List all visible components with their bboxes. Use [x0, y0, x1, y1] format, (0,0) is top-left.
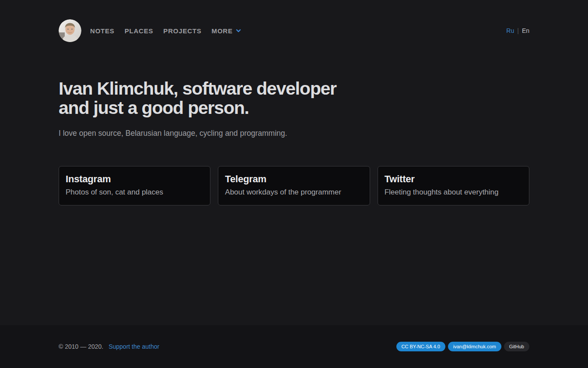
footer-badges: CC BY-NC-SA 4.0 ivan@klimchuk.com GitHub [396, 342, 529, 351]
card-twitter-title: Twitter [385, 173, 522, 185]
main-content: Ivan Klimchuk, software developer and ju… [0, 42, 588, 325]
support-author-link[interactable]: Support the author [108, 343, 159, 350]
page-subtitle: I love open source, Belarusian language,… [59, 129, 529, 138]
page-title: Ivan Klimchuk, software developer and ju… [59, 79, 529, 117]
nav-item-more-label: MORE [212, 27, 233, 35]
card-telegram-title: Telegram [225, 173, 363, 185]
email-badge[interactable]: ivan@klimchuk.com [448, 342, 501, 351]
nav-item-projects[interactable]: PROJECTS [163, 27, 201, 35]
page-title-line2: and just a good person. [59, 98, 249, 118]
nav-item-more[interactable]: MORE [212, 27, 241, 35]
avatar[interactable] [59, 19, 81, 42]
github-badge[interactable]: GitHub [504, 342, 529, 351]
card-twitter-description: Fleeting thoughts about everything [385, 188, 522, 197]
copyright-text: © 2010 — 2020. [59, 343, 103, 350]
nav-item-places[interactable]: PLACES [125, 27, 154, 35]
site-footer: © 2010 — 2020. Support the author CC BY-… [0, 325, 588, 368]
language-switcher: Ru | En [506, 27, 529, 34]
social-cards: Instagram Photos of son, cat and places … [59, 166, 529, 205]
nav-item-notes[interactable]: NOTES [90, 27, 115, 35]
lang-en-current[interactable]: En [522, 27, 529, 34]
card-twitter[interactable]: Twitter Fleeting thoughts about everythi… [378, 166, 529, 205]
lang-separator: | [517, 27, 519, 34]
card-telegram-description: About workdays of the programmer [225, 188, 363, 197]
lang-ru-link[interactable]: Ru [506, 27, 514, 34]
license-badge[interactable]: CC BY-NC-SA 4.0 [396, 342, 445, 351]
page-title-line1: Ivan Klimchuk, software developer [59, 78, 336, 99]
card-instagram[interactable]: Instagram Photos of son, cat and places [59, 166, 210, 205]
card-telegram[interactable]: Telegram About workdays of the programme… [218, 166, 370, 205]
main-nav: NOTES PLACES PROJECTS MORE [90, 27, 241, 35]
card-instagram-title: Instagram [66, 173, 203, 185]
chevron-down-icon [236, 28, 241, 33]
avatar-photo [59, 19, 81, 42]
site-header: NOTES PLACES PROJECTS MORE Ru | En [0, 0, 588, 42]
card-instagram-description: Photos of son, cat and places [66, 188, 203, 197]
